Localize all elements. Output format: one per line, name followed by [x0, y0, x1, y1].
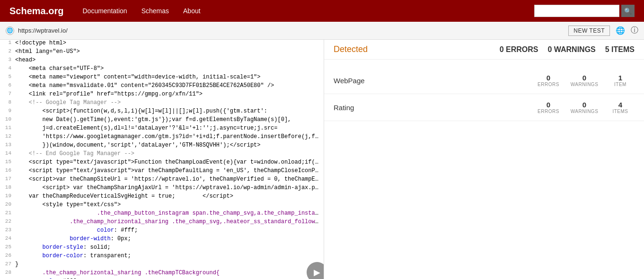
line-content: })(window,document,'script','dataLayer',…: [15, 142, 322, 148]
line-number: 5: [2, 74, 15, 79]
webpage-warnings-count: 0: [582, 74, 586, 82]
rating-errors-label: ERRORS: [538, 109, 559, 114]
code-line: 25 border-style: solid;: [0, 244, 324, 253]
line-content: <script type="text/javascript">var theCh…: [15, 167, 322, 174]
line-content: color: #fff;: [15, 227, 322, 234]
line-number: 4: [2, 65, 15, 71]
url-bar-left: 🌐 https://wptravel.io/: [6, 26, 68, 35]
line-number: 14: [2, 150, 15, 156]
result-row-rating[interactable]: Rating 0 ERRORS 0 WARNINGS 4 ITEMS: [324, 94, 644, 121]
line-content: <!-- End Google Tag Manager -->: [15, 150, 322, 157]
top-nav: Schema.org Documentation Schemas About 🔍: [0, 0, 644, 22]
line-number: 2: [2, 48, 15, 54]
webpage-errors-label: ERRORS: [538, 82, 559, 87]
play-button[interactable]: ▶: [307, 262, 324, 279]
line-number: 1: [2, 40, 15, 45]
line-content: <script type="text/javascript">Function …: [15, 159, 322, 166]
new-test-button[interactable]: NEW TEST: [568, 26, 610, 36]
search-button[interactable]: 🔍: [621, 5, 635, 17]
line-number: 25: [2, 244, 15, 250]
line-number: 20: [2, 201, 15, 207]
total-warnings-stat: 0 WARNINGS: [547, 45, 595, 54]
webpage-warnings: 0 WARNINGS: [570, 74, 599, 87]
line-content: <meta charset="UTF-8">: [15, 65, 322, 72]
line-content: border-color: transparent;: [15, 253, 322, 259]
url-bar-right: NEW TEST 🌐 ⓘ: [568, 26, 638, 36]
line-number: 27: [2, 261, 15, 267]
code-line: 19 var theChampReduceVerticalSvgHeight =…: [0, 193, 324, 201]
line-content: .the_champ_button_instagram span.the_cha…: [15, 210, 322, 217]
line-number: 3: [2, 57, 15, 62]
nav-link-documentation[interactable]: Documentation: [82, 7, 127, 15]
language-icon-button[interactable]: 🌐: [616, 26, 625, 35]
line-number: 7: [2, 91, 15, 96]
code-line: 13 })(window,document,'script','dataLaye…: [0, 142, 324, 150]
code-line: 2<html lang="en-US">: [0, 48, 324, 57]
code-line: 21 .the_champ_button_instagram span.the_…: [0, 210, 324, 218]
webpage-errors: 0 ERRORS: [534, 74, 563, 87]
site-logo[interactable]: Schema.org: [9, 6, 63, 17]
code-lines: 1<!doctype html>2<html lang="en-US">3<he…: [0, 40, 324, 279]
code-panel[interactable]: 1<!doctype html>2<html lang="en-US">3<he…: [0, 40, 324, 279]
result-row-webpage[interactable]: WebPage 0 ERRORS 0 WARNINGS 1 ITEM: [324, 67, 644, 94]
code-line: 12 'https://www.googletagmanager.com/gtm…: [0, 133, 324, 142]
line-content: new Date().getTime(),event:'gtm.js'});va…: [15, 116, 322, 123]
line-number: 21: [2, 210, 15, 216]
code-line: 10 new Date().getTime(),event:'gtm.js'})…: [0, 116, 324, 125]
rating-items-label: ITEMS: [612, 109, 628, 114]
code-line: 22 .the_champ_horizontal_sharing .the_ch…: [0, 218, 324, 227]
rating-warnings-label: WARNINGS: [571, 109, 599, 114]
line-content: <style type="text/css">: [15, 201, 322, 208]
code-line: 18 <script> var theChampSharingAjaxUrl =…: [0, 184, 324, 193]
line-content: }: [15, 261, 322, 268]
rating-stats: 0 ERRORS 0 WARNINGS 4 ITEMS: [534, 101, 635, 114]
search-input[interactable]: [534, 5, 619, 17]
line-number: 24: [2, 235, 15, 241]
nav-link-schemas[interactable]: Schemas: [141, 7, 169, 15]
line-content: 'https://www.googletagmanager.com/gtm.js…: [15, 133, 322, 140]
code-line: 1<!doctype html>: [0, 40, 324, 48]
help-icon-button[interactable]: ⓘ: [631, 26, 638, 35]
results-panel: Detected 0 ERRORS 0 WARNINGS 5 ITEMS Web…: [324, 40, 644, 279]
search-form: 🔍: [534, 5, 635, 17]
rating-warnings: 0 WARNINGS: [570, 101, 599, 114]
line-content: <meta name="msvalidate.01" content="2603…: [15, 82, 322, 89]
line-number: 11: [2, 125, 15, 131]
code-wrapper: 1<!doctype html>2<html lang="en-US">3<he…: [0, 40, 324, 279]
code-line: 9 <script>(function(w,d,s,l,i){w[l]=w[l]…: [0, 108, 324, 116]
line-content: border-width: 0px;: [15, 235, 322, 242]
rating-items: 4 ITEMS: [606, 101, 635, 114]
webpage-stats: 0 ERRORS 0 WARNINGS 1 ITEM: [534, 74, 635, 87]
code-line: 6 <meta name="msvalidate.01" content="26…: [0, 82, 324, 91]
code-line: 26 border-color: transparent;: [0, 253, 324, 261]
total-items-value: 5 ITEMS: [605, 45, 635, 54]
nav-link-about[interactable]: About: [183, 7, 201, 15]
line-number: 22: [2, 218, 15, 224]
line-number: 26: [2, 253, 15, 258]
detected-header: Detected 0 ERRORS 0 WARNINGS 5 ITEMS: [324, 40, 644, 60]
globe-icon: 🌐: [6, 26, 14, 35]
line-number: 17: [2, 176, 15, 182]
total-errors-value: 0 ERRORS: [500, 45, 538, 54]
code-line: 5 <meta name="viewport" content="width=d…: [0, 74, 324, 82]
webpage-warnings-label: WARNINGS: [571, 82, 599, 87]
webpage-errors-count: 0: [547, 74, 550, 82]
line-content: <meta name="viewport" content="width=dev…: [15, 74, 322, 80]
code-line: 28 .the_champ_horizontal_sharing .theCha…: [0, 270, 324, 278]
line-content: .the_champ_horizontal_sharing .the_champ…: [15, 218, 322, 225]
total-errors-stat: 0 ERRORS: [500, 45, 538, 54]
code-line: 27}: [0, 261, 324, 270]
current-url: https://wptravel.io/: [18, 27, 68, 34]
line-number: 19: [2, 193, 15, 199]
line-number: 9: [2, 108, 15, 113]
line-content: <script>(function(w,d,s,l,i){w[l]=w[l]||…: [15, 108, 322, 114]
code-line: 23 color: #fff;: [0, 227, 324, 235]
nav-left: Schema.org Documentation Schemas About: [9, 6, 201, 17]
code-line: 3<head>: [0, 57, 324, 65]
detected-title: Detected: [334, 44, 368, 54]
line-number: 16: [2, 167, 15, 173]
line-content: <script> var theChampSharingAjaxUrl = 'h…: [15, 184, 322, 191]
line-number: 18: [2, 184, 15, 190]
rating-errors-count: 0: [547, 101, 550, 109]
line-number: 6: [2, 82, 15, 88]
